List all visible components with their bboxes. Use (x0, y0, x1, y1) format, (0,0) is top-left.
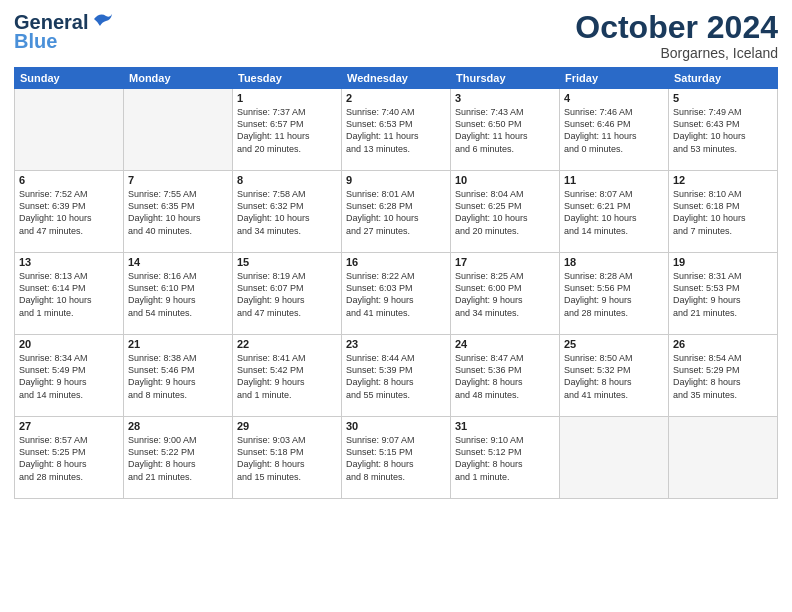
col-monday: Monday (124, 68, 233, 89)
col-wednesday: Wednesday (342, 68, 451, 89)
calendar-cell: 12Sunrise: 8:10 AM Sunset: 6:18 PM Dayli… (669, 171, 778, 253)
col-thursday: Thursday (451, 68, 560, 89)
day-number: 29 (237, 420, 337, 432)
calendar-week-2: 6Sunrise: 7:52 AM Sunset: 6:39 PM Daylig… (15, 171, 778, 253)
day-number: 19 (673, 256, 773, 268)
day-info: Sunrise: 7:49 AM Sunset: 6:43 PM Dayligh… (673, 106, 773, 155)
calendar-week-3: 13Sunrise: 8:13 AM Sunset: 6:14 PM Dayli… (15, 253, 778, 335)
day-info: Sunrise: 8:07 AM Sunset: 6:21 PM Dayligh… (564, 188, 664, 237)
day-number: 24 (455, 338, 555, 350)
day-number: 5 (673, 92, 773, 104)
day-number: 28 (128, 420, 228, 432)
title-area: October 2024 Borgarnes, Iceland (575, 10, 778, 61)
day-number: 20 (19, 338, 119, 350)
day-number: 26 (673, 338, 773, 350)
day-info: Sunrise: 9:10 AM Sunset: 5:12 PM Dayligh… (455, 434, 555, 483)
col-saturday: Saturday (669, 68, 778, 89)
day-info: Sunrise: 7:58 AM Sunset: 6:32 PM Dayligh… (237, 188, 337, 237)
logo-blue: Blue (14, 31, 57, 51)
calendar-cell: 7Sunrise: 7:55 AM Sunset: 6:35 PM Daylig… (124, 171, 233, 253)
day-info: Sunrise: 8:01 AM Sunset: 6:28 PM Dayligh… (346, 188, 446, 237)
day-info: Sunrise: 8:47 AM Sunset: 5:36 PM Dayligh… (455, 352, 555, 401)
calendar-cell (124, 89, 233, 171)
month-title: October 2024 (575, 10, 778, 45)
calendar-cell: 5Sunrise: 7:49 AM Sunset: 6:43 PM Daylig… (669, 89, 778, 171)
day-info: Sunrise: 8:34 AM Sunset: 5:49 PM Dayligh… (19, 352, 119, 401)
day-number: 17 (455, 256, 555, 268)
calendar-cell: 22Sunrise: 8:41 AM Sunset: 5:42 PM Dayli… (233, 335, 342, 417)
day-info: Sunrise: 8:10 AM Sunset: 6:18 PM Dayligh… (673, 188, 773, 237)
day-info: Sunrise: 7:40 AM Sunset: 6:53 PM Dayligh… (346, 106, 446, 155)
day-info: Sunrise: 8:28 AM Sunset: 5:56 PM Dayligh… (564, 270, 664, 319)
day-info: Sunrise: 8:50 AM Sunset: 5:32 PM Dayligh… (564, 352, 664, 401)
calendar-cell: 4Sunrise: 7:46 AM Sunset: 6:46 PM Daylig… (560, 89, 669, 171)
col-tuesday: Tuesday (233, 68, 342, 89)
calendar-cell: 30Sunrise: 9:07 AM Sunset: 5:15 PM Dayli… (342, 417, 451, 499)
day-number: 9 (346, 174, 446, 186)
day-number: 6 (19, 174, 119, 186)
calendar-cell: 28Sunrise: 9:00 AM Sunset: 5:22 PM Dayli… (124, 417, 233, 499)
calendar-cell: 25Sunrise: 8:50 AM Sunset: 5:32 PM Dayli… (560, 335, 669, 417)
logo-bird-icon (92, 10, 114, 33)
calendar-cell: 17Sunrise: 8:25 AM Sunset: 6:00 PM Dayli… (451, 253, 560, 335)
day-info: Sunrise: 8:31 AM Sunset: 5:53 PM Dayligh… (673, 270, 773, 319)
day-number: 18 (564, 256, 664, 268)
day-info: Sunrise: 8:38 AM Sunset: 5:46 PM Dayligh… (128, 352, 228, 401)
calendar-cell: 20Sunrise: 8:34 AM Sunset: 5:49 PM Dayli… (15, 335, 124, 417)
day-number: 3 (455, 92, 555, 104)
weekday-row: Sunday Monday Tuesday Wednesday Thursday… (15, 68, 778, 89)
col-sunday: Sunday (15, 68, 124, 89)
day-number: 7 (128, 174, 228, 186)
day-number: 4 (564, 92, 664, 104)
calendar-cell: 2Sunrise: 7:40 AM Sunset: 6:53 PM Daylig… (342, 89, 451, 171)
calendar-cell: 15Sunrise: 8:19 AM Sunset: 6:07 PM Dayli… (233, 253, 342, 335)
day-info: Sunrise: 8:25 AM Sunset: 6:00 PM Dayligh… (455, 270, 555, 319)
calendar-week-4: 20Sunrise: 8:34 AM Sunset: 5:49 PM Dayli… (15, 335, 778, 417)
day-number: 16 (346, 256, 446, 268)
calendar-cell: 21Sunrise: 8:38 AM Sunset: 5:46 PM Dayli… (124, 335, 233, 417)
day-number: 2 (346, 92, 446, 104)
calendar-cell: 27Sunrise: 8:57 AM Sunset: 5:25 PM Dayli… (15, 417, 124, 499)
day-info: Sunrise: 8:41 AM Sunset: 5:42 PM Dayligh… (237, 352, 337, 401)
day-number: 23 (346, 338, 446, 350)
col-friday: Friday (560, 68, 669, 89)
day-number: 8 (237, 174, 337, 186)
calendar-week-1: 1Sunrise: 7:37 AM Sunset: 6:57 PM Daylig… (15, 89, 778, 171)
day-number: 25 (564, 338, 664, 350)
day-info: Sunrise: 9:07 AM Sunset: 5:15 PM Dayligh… (346, 434, 446, 483)
calendar-cell: 26Sunrise: 8:54 AM Sunset: 5:29 PM Dayli… (669, 335, 778, 417)
calendar-cell: 16Sunrise: 8:22 AM Sunset: 6:03 PM Dayli… (342, 253, 451, 335)
calendar-cell: 3Sunrise: 7:43 AM Sunset: 6:50 PM Daylig… (451, 89, 560, 171)
calendar-body: 1Sunrise: 7:37 AM Sunset: 6:57 PM Daylig… (15, 89, 778, 499)
day-number: 27 (19, 420, 119, 432)
calendar-cell: 10Sunrise: 8:04 AM Sunset: 6:25 PM Dayli… (451, 171, 560, 253)
calendar-cell (15, 89, 124, 171)
calendar-cell: 8Sunrise: 7:58 AM Sunset: 6:32 PM Daylig… (233, 171, 342, 253)
calendar-cell: 6Sunrise: 7:52 AM Sunset: 6:39 PM Daylig… (15, 171, 124, 253)
day-number: 11 (564, 174, 664, 186)
calendar-table: Sunday Monday Tuesday Wednesday Thursday… (14, 67, 778, 499)
day-info: Sunrise: 8:54 AM Sunset: 5:29 PM Dayligh… (673, 352, 773, 401)
calendar-cell: 24Sunrise: 8:47 AM Sunset: 5:36 PM Dayli… (451, 335, 560, 417)
day-info: Sunrise: 9:00 AM Sunset: 5:22 PM Dayligh… (128, 434, 228, 483)
calendar-cell: 31Sunrise: 9:10 AM Sunset: 5:12 PM Dayli… (451, 417, 560, 499)
day-info: Sunrise: 7:46 AM Sunset: 6:46 PM Dayligh… (564, 106, 664, 155)
calendar-cell: 13Sunrise: 8:13 AM Sunset: 6:14 PM Dayli… (15, 253, 124, 335)
calendar-cell: 29Sunrise: 9:03 AM Sunset: 5:18 PM Dayli… (233, 417, 342, 499)
calendar-cell: 1Sunrise: 7:37 AM Sunset: 6:57 PM Daylig… (233, 89, 342, 171)
page-header: General Blue October 2024 Borgarnes, Ice… (14, 10, 778, 61)
day-info: Sunrise: 9:03 AM Sunset: 5:18 PM Dayligh… (237, 434, 337, 483)
day-number: 10 (455, 174, 555, 186)
day-info: Sunrise: 7:43 AM Sunset: 6:50 PM Dayligh… (455, 106, 555, 155)
day-info: Sunrise: 7:55 AM Sunset: 6:35 PM Dayligh… (128, 188, 228, 237)
day-info: Sunrise: 8:22 AM Sunset: 6:03 PM Dayligh… (346, 270, 446, 319)
calendar-cell: 14Sunrise: 8:16 AM Sunset: 6:10 PM Dayli… (124, 253, 233, 335)
day-number: 14 (128, 256, 228, 268)
calendar-cell: 11Sunrise: 8:07 AM Sunset: 6:21 PM Dayli… (560, 171, 669, 253)
calendar-cell (669, 417, 778, 499)
location: Borgarnes, Iceland (575, 45, 778, 61)
calendar-cell: 19Sunrise: 8:31 AM Sunset: 5:53 PM Dayli… (669, 253, 778, 335)
calendar-cell: 9Sunrise: 8:01 AM Sunset: 6:28 PM Daylig… (342, 171, 451, 253)
day-info: Sunrise: 8:16 AM Sunset: 6:10 PM Dayligh… (128, 270, 228, 319)
day-number: 30 (346, 420, 446, 432)
